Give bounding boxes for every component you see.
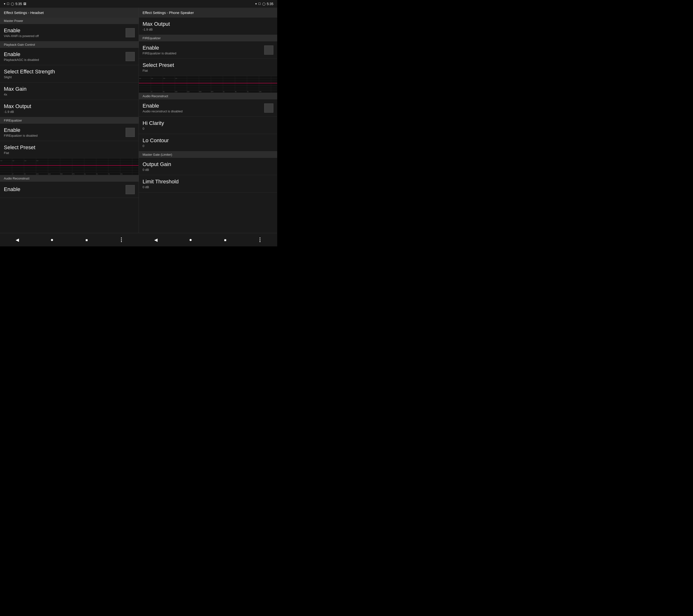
audio-reconstruct-enable-title-left: Enable [4,186,20,193]
lo-contour-row[interactable]: Lo Contour 0 [139,134,277,151]
nav-recents-left[interactable] [79,233,94,246]
status-time-right: 5:35 [267,2,273,6]
svg-text:0.0: 0.0 [13,160,14,161]
fireq-enable-value-right: FIREqualizer is disabled [143,52,176,55]
playback-gain-checkbox[interactable] [125,52,135,61]
section-audio-reconstruct-left: Audio Reconstruct [0,175,139,182]
nav-recents-right[interactable] [218,233,233,246]
image-icon: 🖼 [23,2,26,5]
eq-chart-right-svg: 27 55 109 219 438 875 1k 4k 7k 14k 0.0 0… [139,76,277,93]
svg-text:4k: 4k [96,173,98,175]
svg-text:0.0: 0.0 [139,78,141,79]
audio-reconstruct-checkbox-left[interactable] [125,185,135,194]
select-preset-row-left[interactable]: Select Preset Flat [0,141,139,158]
select-preset-row-right[interactable]: Select Preset Flat [139,59,277,76]
max-gain-row[interactable]: Max Gain 4x [0,82,139,100]
nav-home-left[interactable] [45,233,59,246]
nav-back-right[interactable] [149,233,163,246]
max-output-value-left: -1.9 dB [4,110,31,114]
panel-right: Effect Settings - Phone Speaker Max Outp… [139,8,277,233]
audio-reconstruct-enable-content-right: Enable Audio reconstruct is disabled [143,103,183,113]
fireq-enable-row-right[interactable]: Enable FIREqualizer is disabled [139,41,277,59]
svg-text:109: 109 [175,91,177,93]
alarm-icon-right: ◯ [262,2,265,5]
fireq-enable-title-right: Enable [143,45,176,51]
svg-text:0.0: 0.0 [0,160,2,161]
fireq-enable-row-left[interactable]: Enable FIREqualizer is disabled [0,124,139,141]
hi-clarity-content: Hi Clarity 0 [143,120,164,131]
status-bar-right: ▾ ☐ ◯ 5:35 [255,2,273,6]
playback-gain-enable-value: PlaybackAGC is disabled [4,58,39,62]
limit-threshold-content: Limit Threshold 0 dB [143,179,179,189]
svg-text:438: 438 [199,91,201,93]
home-icon-right [189,237,192,242]
limit-threshold-row[interactable]: Limit Threshold 0 dB [139,175,277,193]
max-output-row-left[interactable]: Max Output -1.9 dB [0,100,139,117]
fireq-enable-checkbox-left[interactable] [125,128,135,137]
eq-chart-right[interactable]: 27 55 109 219 438 875 1k 4k 7k 14k 0.0 0… [139,76,277,93]
output-gain-content: Output Gain 0 dB [143,161,171,172]
more-icon-left [119,237,124,243]
svg-text:875: 875 [211,91,214,93]
svg-text:55: 55 [24,173,26,175]
select-preset-content-right: Select Preset Flat [143,62,174,73]
output-gain-row[interactable]: Output Gain 0 dB [139,158,277,175]
section-master-gate: Master Gate (Limiter) [139,151,277,158]
master-power-enable-row[interactable]: Enable V4A-XHiFi is powered off [0,24,139,41]
svg-text:4k: 4k [235,91,236,93]
nav-home-right[interactable] [183,233,198,246]
audio-reconstruct-enable-row-left[interactable]: Enable [0,182,139,198]
svg-text:219: 219 [48,173,51,175]
select-preset-value-left: Flat [4,151,35,155]
max-output-value-right: -1.9 dB [143,28,170,31]
nav-bar-right [139,233,277,246]
max-gain-title: Max Gain [4,86,26,92]
max-gain-value: 4x [4,93,26,96]
audio-reconstruct-enable-row-right[interactable]: Enable Audio reconstruct is disabled [139,99,277,117]
nav-more-right[interactable] [253,233,267,246]
hi-clarity-row[interactable]: Hi Clarity 0 [139,117,277,134]
nav-bar-left [0,233,139,246]
output-gain-value: 0 dB [143,168,171,172]
svg-text:0.0: 0.0 [24,160,26,161]
svg-text:0.0: 0.0 [37,160,38,161]
svg-text:438: 438 [60,173,63,175]
svg-text:219: 219 [187,91,190,93]
master-power-enable-content: Enable V4A-XHiFi is powered off [4,27,39,38]
master-power-checkbox[interactable] [125,28,135,37]
main-container: Effect Settings - Headset Master Power E… [0,8,277,233]
panel-left-content: Master Power Enable V4A-XHiFi is powered… [0,18,139,233]
lo-contour-title: Lo Contour [143,137,169,144]
fireq-enable-content-right: Enable FIREqualizer is disabled [143,45,176,55]
panel-right-content: Max Output -1.9 dB FIREqualizer Enable F… [139,18,277,233]
max-output-content-right: Max Output -1.9 dB [143,21,170,31]
lo-contour-value: 0 [143,144,169,148]
nav-more-left[interactable] [114,233,128,246]
audio-reconstruct-checkbox-right[interactable] [264,103,273,113]
svg-text:55: 55 [163,91,164,93]
max-output-row-right[interactable]: Max Output -1.9 dB [139,18,277,35]
hi-clarity-title: Hi Clarity [143,120,164,126]
svg-text:14k: 14k [120,173,123,175]
effect-strength-row[interactable]: Select Effect Strength Slight [0,65,139,82]
section-master-power: Master Power [0,18,139,24]
nfc-icon-right: ☐ [258,2,261,5]
audio-reconstruct-enable-value-right: Audio reconstruct is disabled [143,110,183,113]
fireq-enable-checkbox-right[interactable] [264,45,273,55]
wifi-icon-right: ▾ [255,2,257,5]
output-gain-title: Output Gain [143,161,171,167]
fireq-enable-content-left: Enable FIREqualizer is disabled [4,127,38,137]
playback-gain-enable-row[interactable]: Enable PlaybackAGC is disabled [0,48,139,65]
lo-contour-content: Lo Contour 0 [143,137,169,148]
max-output-title-left: Max Output [4,103,31,110]
hi-clarity-value: 0 [143,127,164,131]
svg-text:7k: 7k [108,173,110,175]
limit-threshold-title: Limit Threshold [143,179,179,185]
fireq-enable-title-left: Enable [4,127,38,133]
eq-chart-left[interactable]: 27 55 109 219 438 875 1k 4k 7k 14k 0.0 0… [0,158,139,175]
nav-back-left[interactable] [10,233,24,246]
nfc-icon: ☐ [7,2,9,5]
effect-strength-title: Select Effect Strength [4,68,55,75]
back-icon-right [154,237,158,242]
section-playback-gain: Playback Gain Control [0,41,139,48]
